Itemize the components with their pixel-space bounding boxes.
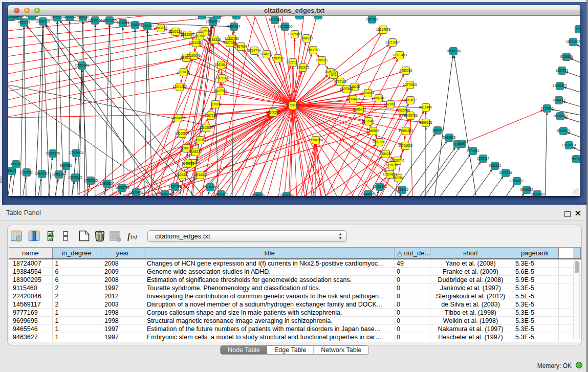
svg-text:10653287: 10653287 bbox=[50, 16, 65, 19]
svg-text:18300295: 18300295 bbox=[266, 111, 281, 114]
svg-text:2803144: 2803144 bbox=[216, 76, 229, 80]
svg-text:16415740: 16415740 bbox=[158, 192, 173, 196]
svg-text:5498222: 5498222 bbox=[189, 150, 202, 154]
svg-text:9457791: 9457791 bbox=[169, 185, 182, 188]
svg-text:12942757: 12942757 bbox=[35, 172, 50, 176]
svg-text:117006: 117006 bbox=[210, 102, 221, 106]
svg-text:10807487: 10807487 bbox=[372, 96, 386, 100]
svg-text:4112034: 4112034 bbox=[26, 16, 38, 18]
svg-text:9327508: 9327508 bbox=[224, 41, 236, 45]
svg-text:8322037: 8322037 bbox=[287, 60, 299, 64]
svg-text:144095: 144095 bbox=[432, 128, 443, 132]
svg-text:11451194: 11451194 bbox=[52, 172, 66, 176]
svg-text:16524851: 16524851 bbox=[383, 172, 398, 176]
svg-text:28226058: 28226058 bbox=[198, 29, 212, 33]
svg-text:1540993: 1540993 bbox=[182, 162, 194, 165]
svg-text:19523409: 19523409 bbox=[530, 192, 545, 196]
svg-text:18724007: 18724007 bbox=[286, 103, 300, 107]
svg-text:9875847: 9875847 bbox=[293, 16, 306, 17]
svg-text:8471676: 8471676 bbox=[499, 171, 512, 174]
svg-text:4055724: 4055724 bbox=[18, 20, 31, 24]
svg-text:746266: 746266 bbox=[349, 85, 360, 89]
svg-text:12213967: 12213967 bbox=[385, 40, 400, 44]
svg-text:1588520: 1588520 bbox=[272, 56, 285, 60]
svg-text:989017: 989017 bbox=[181, 56, 192, 59]
svg-text:39149: 39149 bbox=[8, 169, 16, 172]
svg-text:10654112: 10654112 bbox=[510, 179, 524, 183]
svg-text:7632621: 7632621 bbox=[489, 164, 502, 167]
svg-text:12093572: 12093572 bbox=[553, 84, 568, 87]
svg-text:8912954: 8912954 bbox=[181, 33, 194, 36]
svg-text:7485063: 7485063 bbox=[400, 69, 412, 72]
svg-text:9474444: 9474444 bbox=[467, 149, 480, 152]
svg-text:7386372: 7386372 bbox=[354, 107, 366, 111]
svg-text:7625402: 7625402 bbox=[176, 173, 189, 177]
svg-text:(x): (x) bbox=[130, 233, 137, 240]
svg-text:1864093: 1864093 bbox=[300, 36, 313, 40]
svg-text:19654923: 19654923 bbox=[399, 129, 413, 133]
svg-text:8813054: 8813054 bbox=[269, 18, 281, 21]
svg-text:15751074: 15751074 bbox=[566, 40, 580, 43]
svg-text:9146821: 9146821 bbox=[260, 52, 273, 56]
svg-text:4429607: 4429607 bbox=[12, 16, 25, 17]
svg-text:16914479: 16914479 bbox=[193, 173, 208, 177]
svg-text:21257684: 21257684 bbox=[229, 16, 244, 17]
svg-text:435901: 435901 bbox=[10, 162, 21, 166]
svg-text:18807249: 18807249 bbox=[372, 140, 387, 144]
svg-text:7857224: 7857224 bbox=[228, 25, 241, 28]
svg-text:9115460: 9115460 bbox=[420, 105, 432, 109]
svg-text:252254: 252254 bbox=[393, 176, 404, 180]
svg-text:15692971: 15692971 bbox=[556, 129, 571, 133]
svg-text:16154808: 16154808 bbox=[376, 28, 391, 31]
svg-text:9227342: 9227342 bbox=[556, 69, 569, 72]
svg-text:7663822: 7663822 bbox=[155, 26, 167, 30]
svg-text:9827508: 9827508 bbox=[194, 34, 207, 38]
svg-text:4245263: 4245263 bbox=[141, 24, 154, 28]
svg-text:2867608: 2867608 bbox=[235, 45, 248, 48]
svg-text:13045349: 13045349 bbox=[195, 16, 210, 17]
svg-text:12505135: 12505135 bbox=[68, 176, 83, 179]
svg-text:1117: 1117 bbox=[575, 27, 580, 31]
svg-text:345: 345 bbox=[331, 73, 337, 76]
svg-text:10719155: 10719155 bbox=[88, 18, 103, 22]
svg-text:15495756: 15495756 bbox=[403, 114, 418, 117]
svg-text:2935114: 2935114 bbox=[477, 157, 490, 160]
svg-text:8186328: 8186328 bbox=[208, 38, 221, 41]
svg-text:8215956: 8215956 bbox=[541, 106, 554, 110]
svg-text:2718120: 2718120 bbox=[178, 70, 190, 74]
svg-text:20206576: 20206576 bbox=[46, 151, 60, 155]
svg-text:13701506: 13701506 bbox=[279, 194, 294, 196]
svg-text:9899695: 9899695 bbox=[420, 121, 432, 124]
svg-text:20691406: 20691406 bbox=[36, 19, 51, 23]
svg-text:9242848: 9242848 bbox=[215, 63, 228, 67]
svg-text:2457954: 2457954 bbox=[312, 16, 325, 17]
svg-text:10654925: 10654925 bbox=[171, 116, 186, 120]
svg-text:19218506: 19218506 bbox=[278, 25, 293, 28]
svg-text:17957225: 17957225 bbox=[83, 179, 98, 182]
svg-text:9245652: 9245652 bbox=[520, 188, 533, 191]
svg-text:10025438: 10025438 bbox=[396, 108, 410, 112]
svg-text:1115682: 1115682 bbox=[20, 170, 33, 174]
svg-text:15716485: 15716485 bbox=[203, 185, 218, 189]
svg-text:16033809: 16033809 bbox=[206, 19, 221, 23]
svg-text:15720407: 15720407 bbox=[361, 119, 376, 123]
svg-text:20364436: 20364436 bbox=[346, 97, 361, 101]
svg-text:8454749: 8454749 bbox=[248, 49, 261, 52]
svg-text:20053346: 20053346 bbox=[75, 63, 90, 67]
svg-text:12213382: 12213382 bbox=[172, 85, 187, 89]
svg-text:5938928: 5938928 bbox=[443, 136, 456, 139]
svg-text:9397586: 9397586 bbox=[60, 164, 73, 167]
svg-text:10756928: 10756928 bbox=[398, 144, 413, 147]
svg-text:1527602: 1527602 bbox=[63, 16, 76, 18]
svg-text:14136141: 14136141 bbox=[373, 185, 387, 188]
svg-text:10120746: 10120746 bbox=[390, 159, 405, 162]
svg-text:5188470: 5188470 bbox=[252, 194, 265, 196]
svg-text:12975115: 12975115 bbox=[403, 83, 417, 86]
svg-text:1362615: 1362615 bbox=[297, 65, 310, 69]
svg-text:3267130: 3267130 bbox=[205, 114, 217, 117]
svg-text:9463627: 9463627 bbox=[404, 98, 417, 102]
svg-text:8427552: 8427552 bbox=[214, 89, 227, 93]
svg-text:10973493: 10973493 bbox=[393, 53, 407, 57]
svg-text:3644095: 3644095 bbox=[362, 192, 375, 196]
svg-text:16782759: 16782759 bbox=[115, 186, 130, 189]
